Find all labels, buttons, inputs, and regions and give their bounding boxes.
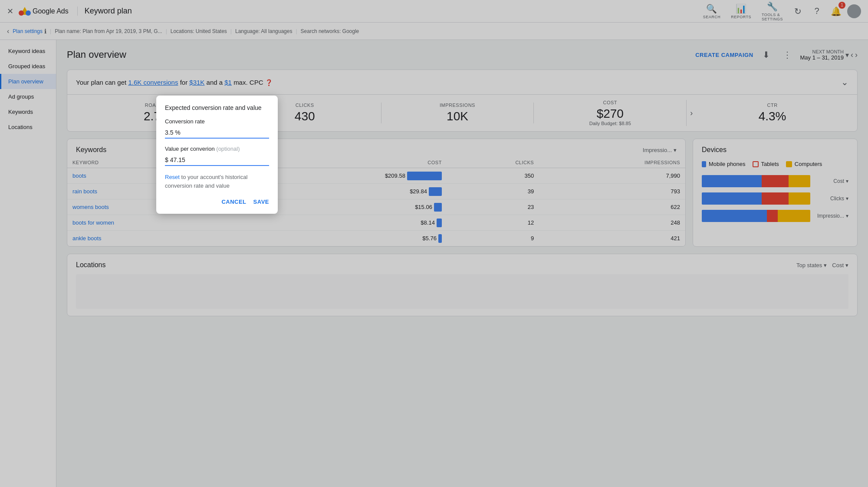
locations-panel-header: Locations Top states ▾ Cost ▾	[67, 254, 857, 274]
sidebar-item-grouped-ideas[interactable]: Grouped ideas	[0, 59, 56, 74]
cost-bar-2	[434, 203, 442, 212]
popup-save-button[interactable]: SAVE	[253, 199, 269, 205]
metrics-next-arrow[interactable]: ›	[687, 109, 696, 118]
reset-link[interactable]: Reset	[165, 174, 180, 180]
popup-cancel-button[interactable]: CANCEL	[221, 199, 246, 205]
popup-actions: CANCEL SAVE	[165, 199, 269, 205]
impressions-dropdown-arrow: ▾	[674, 147, 677, 153]
plan-banner-text: Your plan can get 1.6K conversions for $…	[76, 79, 273, 86]
sidebar: Keyword ideas Grouped ideas Plan overvie…	[0, 40, 56, 487]
locations-map-placeholder	[76, 274, 848, 309]
locations-panel-title: Locations	[76, 261, 106, 269]
metric-cost-sub: Daily Budget: $8.85	[541, 121, 679, 126]
clicks-cell-2: 23	[447, 199, 539, 215]
top-navigation: ✕ Google Ads Keyword plan 🔍 SEARCH 📊 REP…	[0, 0, 868, 23]
col-impressions: Impressions	[539, 157, 685, 168]
value-per-conversion-input[interactable]	[165, 155, 269, 166]
reports-nav-icon: 📊	[736, 3, 746, 14]
impressions-computer-bar	[778, 210, 810, 222]
search-nav-label: SEARCH	[703, 15, 721, 19]
impressions-dropdown-arrow2: ▾	[846, 213, 848, 219]
plan-banner-max-cpc-label: max. CPC	[233, 79, 265, 86]
plan-banner-chevron-icon[interactable]: ⌄	[841, 77, 848, 87]
breadcrumb-sep-2: |	[166, 28, 167, 34]
breadcrumb-back-arrow[interactable]: ‹	[7, 27, 9, 35]
legend-mobile: Mobile phones	[702, 161, 746, 167]
keywords-panel-title: Keywords	[76, 146, 106, 154]
help-circle-icon[interactable]: ❓	[265, 79, 273, 86]
cost-bar-segments	[702, 175, 810, 187]
conversion-rate-field: Conversion rate 3.5 %	[165, 118, 269, 139]
reports-nav-label: REPORTS	[731, 15, 751, 19]
clicks-bar-label[interactable]: Clicks ▾	[814, 195, 848, 202]
sidebar-item-keyword-ideas[interactable]: Keyword ideas	[0, 43, 56, 59]
metric-impressions: Impressions 10K	[381, 103, 534, 123]
download-button[interactable]: ⬇	[759, 47, 774, 63]
cost-bar-label[interactable]: Cost ▾	[814, 178, 848, 184]
cost-dropdown-arrow: ▾	[846, 178, 848, 184]
cost-value-1: $29.84	[410, 188, 427, 195]
tools-nav-label: TOOLS &SETTINGS	[762, 13, 783, 21]
top-nav-icons: 🔍 SEARCH 📊 REPORTS 🔧 TOOLS &SETTINGS ↻ ?…	[700, 0, 861, 23]
plan-banner-conversions[interactable]: 1.6K conversions	[128, 79, 178, 86]
plan-banner-cost[interactable]: $31K	[189, 79, 204, 86]
popup-reset-text: Reset to your account's historical conve…	[165, 173, 269, 190]
impressions-tablet-bar	[767, 210, 778, 222]
sidebar-item-ad-groups[interactable]: Ad groups	[0, 89, 56, 104]
cost-cell-4: $5.76	[233, 231, 447, 246]
keyword-cell[interactable]: ankle boots	[67, 231, 233, 246]
plan-banner-max-cpc[interactable]: $1	[224, 79, 232, 86]
sidebar-item-keywords[interactable]: Keywords	[0, 104, 56, 119]
breadcrumb-sep-1: |	[50, 28, 51, 34]
metric-cost: Cost $270 Daily Budget: $8.85	[534, 100, 687, 126]
value-per-conversion-label: Value per converion (optional)	[165, 146, 269, 152]
conversion-rate-label: Conversion rate	[165, 118, 269, 125]
help-button[interactable]: ?	[809, 3, 825, 19]
breadcrumb-networks: Search networks: Google	[301, 28, 359, 34]
close-icon[interactable]: ✕	[7, 7, 13, 16]
clicks-cell-3: 12	[447, 215, 539, 231]
reports-nav-button[interactable]: 📊 REPORTS	[727, 2, 755, 21]
conversion-popup: Expected conversion rate and value Conve…	[156, 96, 278, 214]
date-dropdown-icon[interactable]: ▾	[845, 51, 849, 59]
cost-cell-3: $8.14	[233, 215, 447, 231]
metric-ctr: CTR 4.3%	[696, 103, 848, 123]
legend-tablet-label: Tablets	[761, 161, 779, 167]
search-nav-button[interactable]: 🔍 SEARCH	[700, 2, 724, 21]
impressions-cell-2: 622	[539, 199, 685, 215]
create-campaign-button[interactable]: CREATE CAMPAIGN	[695, 52, 753, 58]
more-options-button[interactable]: ⋮	[779, 47, 795, 63]
sidebar-item-locations[interactable]: Locations	[0, 119, 56, 135]
value-per-conversion-label-text: Value per converion	[165, 146, 215, 152]
tools-nav-button[interactable]: 🔧 TOOLS &SETTINGS	[758, 0, 786, 23]
top-states-dropdown[interactable]: Top states ▾	[796, 262, 827, 268]
account-avatar[interactable]	[847, 4, 861, 18]
impressions-bar-label[interactable]: Impressio... ▾	[814, 213, 848, 219]
plan-banner-header: Your plan can get 1.6K conversions for $…	[67, 70, 857, 94]
notifications-button[interactable]: 🔔 1	[828, 3, 844, 19]
date-nav-range: May 1 – 31, 2019	[800, 54, 844, 61]
metric-impressions-label: Impressions	[388, 103, 527, 108]
breadcrumb-plan-settings[interactable]: Plan settings ℹ	[13, 28, 46, 35]
date-navigation: Next month May 1 – 31, 2019 ▾ ‹ ›	[800, 49, 858, 61]
impressions-bar-label-text: Impressio...	[817, 213, 844, 219]
devices-impressions-bar-row: Impressio... ▾	[693, 207, 857, 225]
col-clicks: Clicks	[447, 157, 539, 168]
cost-computer-bar	[789, 175, 810, 187]
conversion-rate-value: 3.5 %	[165, 127, 269, 139]
refresh-button[interactable]: ↻	[790, 3, 806, 19]
date-prev-arrow[interactable]: ‹	[851, 50, 853, 60]
cost-bar-0	[407, 172, 442, 180]
legend-mobile-label: Mobile phones	[709, 161, 746, 167]
plan-settings-link[interactable]: Plan settings	[13, 28, 43, 34]
breadcrumb-sep-4: |	[296, 28, 297, 34]
impressions-dropdown[interactable]: Impressio... ▾	[643, 147, 677, 153]
cost-value-3: $8.14	[421, 219, 435, 226]
plan-settings-info-icon[interactable]: ℹ	[44, 28, 46, 35]
clicks-cell-0: 350	[447, 168, 539, 184]
keyword-cell[interactable]: boots for women	[67, 215, 233, 231]
date-next-arrow[interactable]: ›	[855, 50, 858, 60]
locations-cost-dropdown[interactable]: Cost ▾	[832, 262, 848, 268]
sidebar-item-plan-overview[interactable]: Plan overview	[0, 74, 56, 89]
metric-impressions-value: 10K	[388, 109, 527, 123]
